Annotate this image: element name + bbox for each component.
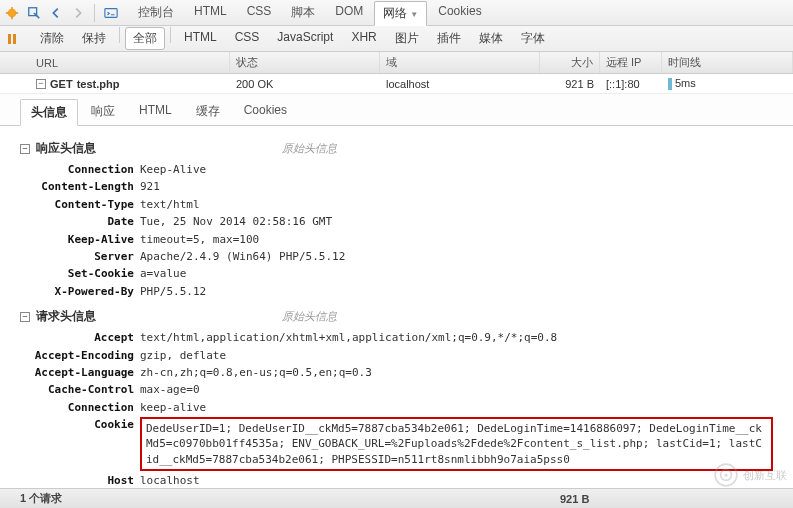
header-row: X-Powered-ByPHP/5.5.12 bbox=[20, 283, 773, 300]
main-tab-CSS[interactable]: CSS bbox=[238, 0, 281, 25]
back-icon[interactable] bbox=[48, 5, 64, 21]
filter-CSS[interactable]: CSS bbox=[227, 27, 268, 50]
main-tab-HTML[interactable]: HTML bbox=[185, 0, 236, 25]
svg-point-0 bbox=[8, 8, 17, 17]
request-file: test.php bbox=[77, 78, 120, 90]
header-value: timeout=5, max=100 bbox=[140, 232, 259, 247]
header-name: Cookie bbox=[20, 417, 140, 471]
col-status[interactable]: 状态 bbox=[230, 52, 380, 73]
watermark: 创新互联 bbox=[713, 462, 787, 488]
response-headers-section[interactable]: − 响应头信息 原始头信息 bbox=[20, 136, 773, 161]
main-tabs: 控制台HTMLCSS脚本DOM网络▼Cookies bbox=[129, 0, 491, 25]
raw-headers-link[interactable]: 原始头信息 bbox=[282, 309, 337, 324]
header-row: Set-Cookiea=value bbox=[20, 265, 773, 282]
header-row: Accepttext/html,application/xhtml+xml,ap… bbox=[20, 329, 773, 346]
main-tab-DOM[interactable]: DOM bbox=[326, 0, 372, 25]
filter-图片[interactable]: 图片 bbox=[387, 27, 427, 50]
pause-icon[interactable] bbox=[4, 31, 20, 47]
col-domain[interactable]: 域 bbox=[380, 52, 540, 73]
firebug-icon[interactable] bbox=[4, 5, 20, 21]
header-value: keep-alive bbox=[140, 400, 206, 415]
console-icon[interactable] bbox=[103, 5, 119, 21]
headers-panel: − 响应头信息 原始头信息 ConnectionKeep-AliveConten… bbox=[0, 126, 793, 508]
header-value: 921 bbox=[140, 179, 160, 194]
main-tab-脚本[interactable]: 脚本 bbox=[282, 0, 324, 25]
header-row: DateTue, 25 Nov 2014 02:58:16 GMT bbox=[20, 213, 773, 230]
request-domain: localhost bbox=[380, 78, 540, 90]
forward-icon[interactable] bbox=[70, 5, 86, 21]
filter-保持[interactable]: 保持 bbox=[74, 27, 114, 50]
header-value: text/html,application/xhtml+xml,applicat… bbox=[140, 330, 557, 345]
header-value: PHP/5.5.12 bbox=[140, 284, 206, 299]
filter-XHR[interactable]: XHR bbox=[343, 27, 384, 50]
header-value: Keep-Alive bbox=[140, 162, 206, 177]
header-name: Content-Type bbox=[20, 197, 140, 212]
inspect-icon[interactable] bbox=[26, 5, 42, 21]
col-ip[interactable]: 远程 IP bbox=[600, 52, 662, 73]
col-timeline[interactable]: 时间线 bbox=[662, 52, 793, 73]
header-name: Connection bbox=[20, 162, 140, 177]
filter-HTML[interactable]: HTML bbox=[176, 27, 225, 50]
detail-tab-缓存[interactable]: 缓存 bbox=[185, 98, 231, 125]
detail-tab-头信息[interactable]: 头信息 bbox=[20, 99, 78, 126]
collapse-icon[interactable]: − bbox=[20, 312, 30, 322]
detail-tab-HTML[interactable]: HTML bbox=[128, 98, 183, 125]
header-row: Connectionkeep-alive bbox=[20, 399, 773, 416]
request-row[interactable]: − GET test.php 200 OK localhost 921 B [:… bbox=[0, 74, 793, 94]
header-name: Cache-Control bbox=[20, 382, 140, 397]
request-method: GET bbox=[50, 78, 73, 90]
header-row: Accept-Encodinggzip, deflate bbox=[20, 347, 773, 364]
header-value: max-age=0 bbox=[140, 382, 200, 397]
header-name: X-Powered-By bbox=[20, 284, 140, 299]
request-time: 5ms bbox=[662, 77, 793, 90]
header-row: Accept-Languagezh-cn,zh;q=0.8,en-us;q=0.… bbox=[20, 364, 773, 381]
detail-tab-响应[interactable]: 响应 bbox=[80, 98, 126, 125]
col-size[interactable]: 大小 bbox=[540, 52, 600, 73]
filter-字体[interactable]: 字体 bbox=[513, 27, 553, 50]
header-row: CookieDedeUserID=1; DedeUserID__ckMd5=78… bbox=[20, 416, 773, 472]
header-name: Keep-Alive bbox=[20, 232, 140, 247]
header-name: Connection bbox=[20, 400, 140, 415]
filter-全部[interactable]: 全部 bbox=[125, 27, 165, 50]
header-name: Accept-Encoding bbox=[20, 348, 140, 363]
header-name: Content-Length bbox=[20, 179, 140, 194]
request-ip: [::1]:80 bbox=[600, 78, 662, 90]
header-name: Accept bbox=[20, 330, 140, 345]
header-name: Host bbox=[20, 473, 140, 488]
request-status: 200 OK bbox=[230, 78, 380, 90]
filter-插件[interactable]: 插件 bbox=[429, 27, 469, 50]
header-name: Accept-Language bbox=[20, 365, 140, 380]
filter-媒体[interactable]: 媒体 bbox=[471, 27, 511, 50]
svg-rect-2 bbox=[105, 8, 117, 17]
collapse-icon[interactable]: − bbox=[20, 144, 30, 154]
toolbar-separator bbox=[94, 4, 95, 22]
status-size: 921 B bbox=[560, 493, 589, 505]
header-value: text/html bbox=[140, 197, 200, 212]
raw-headers-link[interactable]: 原始头信息 bbox=[282, 141, 337, 156]
header-name: Date bbox=[20, 214, 140, 229]
status-bar: 1 个请求 921 B bbox=[0, 488, 793, 508]
svg-point-7 bbox=[724, 473, 727, 476]
request-headers-section[interactable]: − 请求头信息 原始头信息 bbox=[20, 304, 773, 329]
header-row: ConnectionKeep-Alive bbox=[20, 161, 773, 178]
request-size: 921 B bbox=[540, 78, 600, 90]
header-value: a=value bbox=[140, 266, 186, 281]
filter-JavaScript[interactable]: JavaScript bbox=[269, 27, 341, 50]
filter-清除[interactable]: 清除 bbox=[32, 27, 72, 50]
header-value: localhost bbox=[140, 473, 200, 488]
header-row: Content-Length921 bbox=[20, 178, 773, 195]
header-row: Keep-Alivetimeout=5, max=100 bbox=[20, 231, 773, 248]
collapse-icon[interactable]: − bbox=[36, 79, 46, 89]
detail-tab-Cookies[interactable]: Cookies bbox=[233, 98, 298, 125]
header-value: zh-cn,zh;q=0.8,en-us;q=0.5,en;q=0.3 bbox=[140, 365, 372, 380]
main-tab-控制台[interactable]: 控制台 bbox=[129, 0, 183, 25]
header-value: DedeUserID=1; DedeUserID__ckMd5=7887cba5… bbox=[140, 417, 773, 471]
svg-rect-4 bbox=[13, 34, 16, 44]
main-tab-Cookies[interactable]: Cookies bbox=[429, 0, 490, 25]
status-request-count: 1 个请求 bbox=[20, 491, 560, 506]
main-tab-网络[interactable]: 网络▼ bbox=[374, 1, 427, 26]
main-toolbar: 控制台HTMLCSS脚本DOM网络▼Cookies bbox=[0, 0, 793, 26]
col-url[interactable]: URL bbox=[0, 52, 230, 73]
header-value: Tue, 25 Nov 2014 02:58:16 GMT bbox=[140, 214, 332, 229]
header-value: gzip, deflate bbox=[140, 348, 226, 363]
